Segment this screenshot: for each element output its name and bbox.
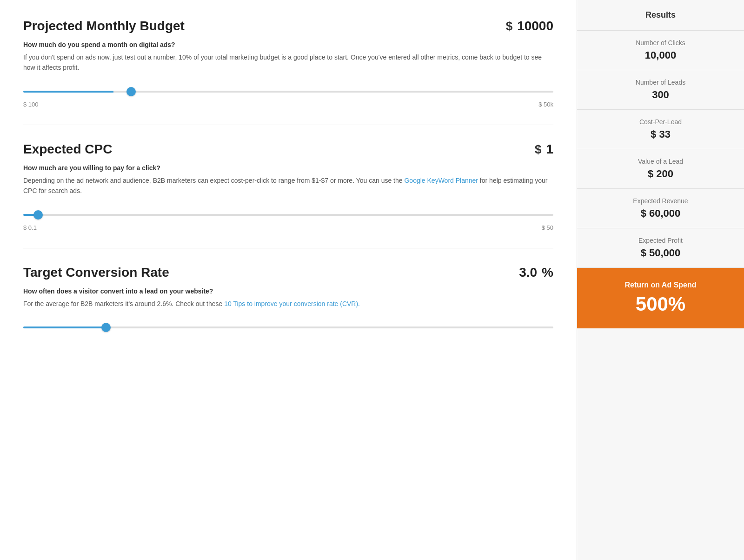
budget-desc-text: If you don't spend on ads now, just test… [23,52,553,73]
result-revenue-label: Expected Revenue [591,197,730,205]
budget-min-label: $ 100 [23,101,39,108]
conversion-desc-text: For the average for B2B marketers it's a… [23,299,553,309]
cpc-slider-labels: $ 0.1 $ 50 [23,224,553,231]
conversion-header: Target Conversion Rate 3.0 % [23,265,553,280]
budget-slider-labels: $ 100 $ 50k [23,101,553,108]
budget-slider-wrapper [23,82,553,98]
result-revenue-value: $ 60,000 [591,207,730,220]
result-cpl: Cost-Per-Lead $ 33 [577,110,744,149]
conversion-slider[interactable] [23,327,553,328]
conversion-title: Target Conversion Rate [23,265,519,280]
result-lead-value: Value of a Lead $ 200 [577,149,744,189]
budget-section: Projected Monthly Budget $ 10000 How muc… [23,19,553,125]
results-title: Results [577,0,744,31]
cpc-desc-text: Depending on the ad network and audience… [23,175,553,196]
cpc-max-label: $ 50 [542,224,553,231]
conversion-unit: % [542,265,553,280]
cpc-dollar: $ [535,142,541,157]
budget-value-group: $ 10000 [506,19,553,33]
main-content: Projected Monthly Budget $ 10000 How muc… [0,0,577,560]
cpc-slider[interactable] [23,214,553,216]
roas-value: 500% [586,293,735,315]
conversion-slider-wrapper [23,318,553,334]
roas-label: Return on Ad Spend [586,281,735,289]
result-leads-label: Number of Leads [591,79,730,86]
conversion-value-group: 3.0 % [519,265,553,280]
cpc-slider-container: $ 0.1 $ 50 [23,206,553,231]
budget-max-label: $ 50k [538,101,553,108]
result-leads-value: 300 [591,89,730,101]
cvr-tips-link[interactable]: 10 Tips to improve your conversion rate … [224,300,360,307]
budget-slider[interactable] [23,91,553,93]
conversion-slider-container [23,318,553,337]
conversion-section: Target Conversion Rate 3.0 % How often d… [23,265,553,353]
result-leads: Number of Leads 300 [577,70,744,110]
roas-block: Return on Ad Spend 500% [577,268,744,328]
result-clicks-value: 10,000 [591,49,730,61]
conversion-value: 3.0 [519,265,537,280]
budget-slider-container: $ 100 $ 50k [23,82,553,108]
cpc-desc-bold: How much are you willing to pay for a cl… [23,164,553,172]
result-lead-value-value: $ 200 [591,168,730,180]
cpc-section: Expected CPC $ 1 How much are you willin… [23,142,553,248]
budget-title: Projected Monthly Budget [23,19,506,33]
result-profit-label: Expected Profit [591,237,730,244]
result-lead-value-label: Value of a Lead [591,158,730,165]
cpc-header: Expected CPC $ 1 [23,142,553,157]
result-cpl-value: $ 33 [591,128,730,140]
cpc-value-group: $ 1 [535,142,553,157]
result-profit-value: $ 50,000 [591,247,730,259]
cpc-value: 1 [546,142,553,157]
keyword-planner-link[interactable]: Google KeyWord Planner [404,177,478,184]
budget-value: 10000 [517,19,553,33]
cpc-title: Expected CPC [23,142,535,157]
cpc-min-label: $ 0.1 [23,224,37,231]
result-clicks-label: Number of Clicks [591,39,730,47]
result-profit: Expected Profit $ 50,000 [577,228,744,268]
result-cpl-label: Cost-Per-Lead [591,118,730,126]
budget-desc-bold: How much do you spend a month on digital… [23,41,553,48]
conversion-desc-bold: How often does a visitor convert into a … [23,287,553,295]
cpc-slider-wrapper [23,206,553,221]
result-revenue: Expected Revenue $ 60,000 [577,189,744,228]
budget-dollar: $ [506,19,512,33]
budget-header: Projected Monthly Budget $ 10000 [23,19,553,33]
results-sidebar: Results Number of Clicks 10,000 Number o… [577,0,744,560]
app-layout: Projected Monthly Budget $ 10000 How muc… [0,0,744,560]
result-clicks: Number of Clicks 10,000 [577,31,744,70]
